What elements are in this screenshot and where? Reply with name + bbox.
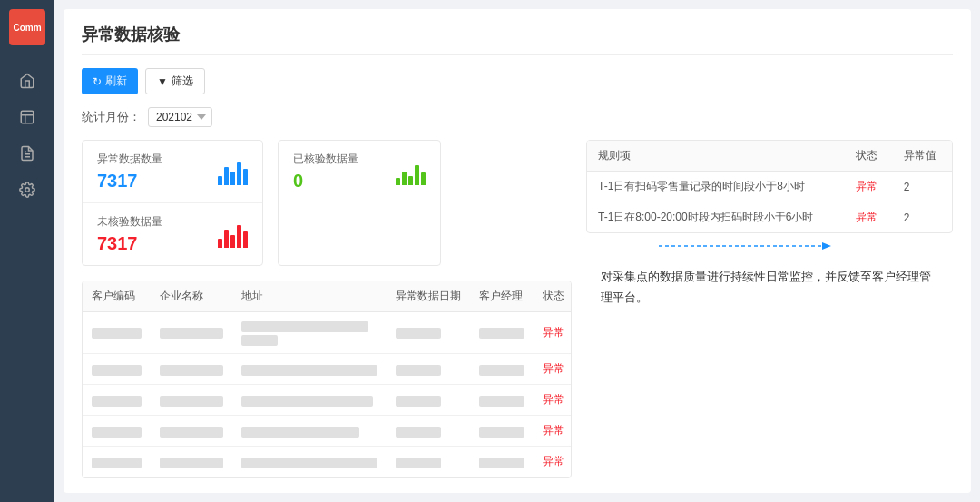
rules-table-container: 规则项 状态 异常值 T-1日有扫码零售量记录的时间段小于8小时 异常 2 T-… xyxy=(586,140,953,233)
cell-status: 异常 xyxy=(534,385,572,416)
anomaly-count-value: 7317 xyxy=(97,171,162,192)
rules-header-row: 规则项 状态 异常值 xyxy=(587,141,952,172)
filter-icon: ▼ xyxy=(157,75,168,88)
anomaly-count-half: 异常数据数量 7317 xyxy=(83,141,262,202)
page-title: 异常数据核验 xyxy=(82,24,953,55)
rule-status: 异常 xyxy=(845,202,892,233)
cell-address xyxy=(232,416,387,447)
rules-table: 规则项 状态 异常值 T-1日有扫码零售量记录的时间段小于8小时 异常 2 T-… xyxy=(587,141,952,232)
data-icon xyxy=(17,107,37,127)
arrow-line xyxy=(586,233,953,255)
filter-row: 统计月份： 202102 202101 202012 xyxy=(82,107,953,127)
rule-item: T-1日有扫码零售量记录的时间段小于8小时 xyxy=(587,172,845,202)
cell-name xyxy=(151,312,232,354)
table-row[interactable]: 异常 • 未核实 - xyxy=(83,416,572,447)
sidebar-item-data[interactable] xyxy=(0,100,54,136)
sidebar-logo: Comm xyxy=(9,9,45,45)
cell-name xyxy=(151,447,232,477)
callout-text: 对采集点的数据质量进行持续性日常监控，并反馈至客户经理管理平台。 xyxy=(601,270,931,304)
cell-date xyxy=(387,312,470,354)
col-name: 企业名称 xyxy=(151,281,232,312)
cell-address xyxy=(232,312,387,354)
rules-col-rule: 规则项 xyxy=(587,141,845,172)
arrow-svg xyxy=(659,237,840,255)
cell-status: 异常 xyxy=(534,447,572,477)
unverified-count-label: 未核验数据量 xyxy=(97,214,162,230)
rule-value: 2 xyxy=(893,202,952,233)
callout-box: 对采集点的数据质量进行持续性日常监控，并反馈至客户经理管理平台。 xyxy=(586,255,953,320)
cell-code xyxy=(83,416,151,447)
rule-status: 异常 xyxy=(845,172,892,202)
cell-manager xyxy=(470,385,534,416)
cell-manager xyxy=(470,416,534,447)
anomaly-chart-icon xyxy=(218,158,248,185)
cell-date xyxy=(387,416,470,447)
unverified-count-value: 7317 xyxy=(97,233,162,254)
refresh-icon: ↻ xyxy=(93,75,102,88)
table-row[interactable]: 异常 • 未核实 - xyxy=(83,312,572,354)
rule-item: T-1日在8:00-20:00时段内扫码时段小于6小时 xyxy=(587,202,845,233)
month-filter-label: 统计月份： xyxy=(82,109,141,125)
sidebar-item-settings[interactable] xyxy=(0,172,54,209)
table-row[interactable]: 异常 • 未核实 - xyxy=(83,354,572,385)
cell-name xyxy=(151,416,232,447)
report-icon xyxy=(17,143,37,163)
verified-chart-icon xyxy=(396,158,426,185)
rules-row: T-1日在8:00-20:00时段内扫码时段小于6小时 异常 2 xyxy=(587,202,952,233)
svg-marker-5 xyxy=(822,242,831,250)
cell-code xyxy=(83,385,151,416)
cell-address xyxy=(232,447,387,477)
table-row[interactable]: 异常 • 未核实 - xyxy=(83,447,572,477)
content-area: 异常数据数量 7317 xyxy=(82,140,953,478)
cell-status: 异常 xyxy=(534,416,572,447)
main-content: 异常数据核验 ↻ 刷新 ▼ 筛选 统计月份： 202102 202101 202… xyxy=(64,9,971,493)
stats-card-verified: 已核验数据量 0 xyxy=(278,140,441,266)
unverified-chart-icon xyxy=(218,221,248,248)
cell-manager xyxy=(470,447,534,477)
rules-row: T-1日有扫码零售量记录的时间段小于8小时 异常 2 xyxy=(587,172,952,202)
main-table-container: 客户编码 企业名称 地址 异常数据日期 客户经理 状态 核实情况 核实日期 xyxy=(82,281,572,478)
cell-manager xyxy=(470,354,534,385)
svg-rect-0 xyxy=(21,111,34,123)
table-header-row: 客户编码 企业名称 地址 异常数据日期 客户经理 状态 核实情况 核实日期 xyxy=(83,281,572,312)
svg-point-3 xyxy=(25,188,30,192)
cell-manager xyxy=(470,312,534,354)
filter-button[interactable]: ▼ 筛选 xyxy=(145,68,205,94)
sidebar: Comm xyxy=(0,0,54,502)
month-select[interactable]: 202102 202101 202012 xyxy=(148,107,212,127)
cell-code xyxy=(83,312,151,354)
verified-count-label: 已核验数据量 xyxy=(293,152,358,167)
unverified-count-half: 未核验数据量 7317 xyxy=(83,202,262,265)
stats-row: 异常数据数量 7317 xyxy=(82,140,572,266)
sidebar-item-home[interactable] xyxy=(0,64,54,100)
home-icon xyxy=(17,71,37,91)
cell-address xyxy=(232,354,387,385)
col-address: 地址 xyxy=(232,281,387,312)
rules-col-status: 状态 xyxy=(845,141,892,172)
cell-name xyxy=(151,354,232,385)
anomaly-count-label: 异常数据数量 xyxy=(97,152,162,167)
toolbar: ↻ 刷新 ▼ 筛选 xyxy=(82,68,953,94)
cell-name xyxy=(151,385,232,416)
cell-date xyxy=(387,447,470,477)
cell-date xyxy=(387,354,470,385)
col-status: 状态 xyxy=(534,281,572,312)
cell-status: 异常 xyxy=(534,312,572,354)
verified-count-value: 0 xyxy=(293,171,358,192)
stats-card-anomaly-verified: 异常数据数量 7317 xyxy=(82,140,263,266)
col-manager: 客户经理 xyxy=(470,281,534,312)
rules-col-value: 异常值 xyxy=(893,141,952,172)
cell-status: 异常 xyxy=(534,354,572,385)
settings-icon xyxy=(17,180,37,200)
sidebar-item-report[interactable] xyxy=(0,136,54,172)
cell-address xyxy=(232,385,387,416)
cell-code xyxy=(83,354,151,385)
col-date: 异常数据日期 xyxy=(387,281,470,312)
left-section: 异常数据数量 7317 xyxy=(82,140,572,478)
rule-value: 2 xyxy=(893,172,952,202)
right-section: 规则项 状态 异常值 T-1日有扫码零售量记录的时间段小于8小时 异常 2 T-… xyxy=(572,140,953,478)
table-row[interactable]: 异常 • 未核实 - xyxy=(83,385,572,416)
col-code: 客户编码 xyxy=(83,281,151,312)
refresh-button[interactable]: ↻ 刷新 xyxy=(82,68,138,94)
cell-code xyxy=(83,447,151,477)
